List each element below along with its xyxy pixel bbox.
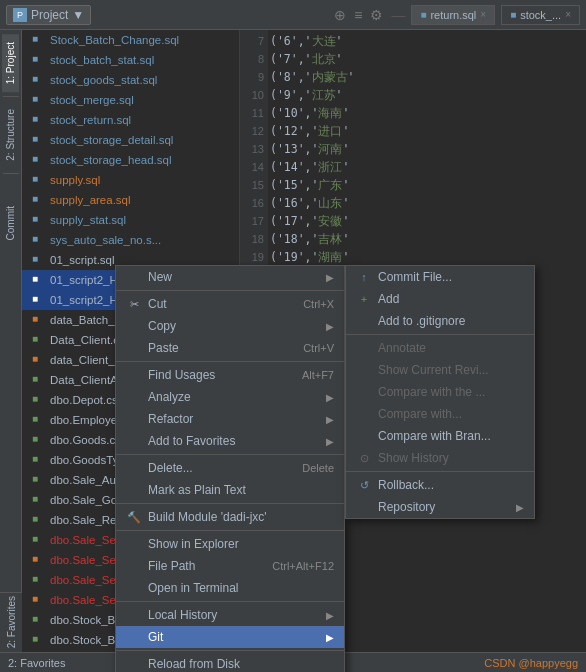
menu-label-commit: Commit File... — [378, 270, 524, 284]
line-number: 13 — [252, 140, 264, 158]
sql-icon: ■ — [32, 193, 46, 207]
code-line: ('9','江苏' — [270, 86, 586, 104]
favorites-sidebar[interactable]: 2: Favorites — [0, 592, 22, 652]
gear-icon[interactable]: ⚙ — [370, 7, 383, 23]
sql-icon: ■ — [32, 233, 46, 247]
list-item[interactable]: ■stock_return.sql — [22, 110, 239, 130]
list-item[interactable]: ■supply.sql — [22, 170, 239, 190]
line-number: 7 — [258, 32, 264, 50]
separator — [116, 530, 344, 531]
project-label: Project — [31, 8, 68, 22]
menu-label-history: Local History — [148, 608, 326, 622]
menu-label-showhistory: Show History — [378, 451, 524, 465]
menu-label-gitignore: Add to .gitignore — [378, 314, 524, 328]
git-submenu: ↑ Commit File... + Add Add to .gitignore… — [345, 265, 535, 519]
menu-item-repository[interactable]: Repository ▶ — [346, 496, 534, 518]
list-item[interactable]: ■stock_storage_head.sql — [22, 150, 239, 170]
list-item[interactable]: ■stock_goods_stat.sql — [22, 70, 239, 90]
list-item[interactable]: ■supply_stat.sql — [22, 210, 239, 230]
menu-item-commit-file[interactable]: ↑ Commit File... — [346, 266, 534, 288]
menu-label-explorer: Show in Explorer — [148, 537, 334, 551]
menu-item-git[interactable]: Git ▶ — [116, 626, 344, 648]
menu-item-add-favorites[interactable]: Add to Favorites ▶ — [116, 430, 344, 452]
arrow-icon: ▶ — [326, 632, 334, 643]
menu-item-cut[interactable]: ✂ Cut Ctrl+X — [116, 293, 344, 315]
list-item[interactable]: ■Stock_Batch_Change.sql — [22, 30, 239, 50]
code-line: ('8','内蒙古' — [270, 68, 586, 86]
menu-item-copy[interactable]: Copy ▶ — [116, 315, 344, 337]
line-number: 9 — [258, 68, 264, 86]
build-icon: 🔨 — [126, 509, 142, 525]
tab-return-sql[interactable]: ■ return.sql × — [411, 5, 495, 25]
terminal-icon — [126, 580, 142, 596]
menu-label-comparewith2: Compare with... — [378, 407, 524, 421]
settings-icon[interactable]: ⊕ — [334, 7, 346, 23]
sidebar-item-commit[interactable]: Commit — [2, 198, 19, 248]
menu-item-refactor[interactable]: Refactor ▶ — [116, 408, 344, 430]
menu-item-terminal[interactable]: Open in Terminal — [116, 577, 344, 599]
tab-stock[interactable]: ■ stock_... × — [501, 5, 580, 25]
favorites-tab-label[interactable]: 2: Favorites — [8, 657, 65, 669]
divider1 — [3, 96, 19, 97]
menu-item-mark-plain[interactable]: Mark as Plain Text — [116, 479, 344, 501]
menu-item-file-path[interactable]: File Path Ctrl+Alt+F12 — [116, 555, 344, 577]
menu-item-rollback[interactable]: ↺ Rollback... — [346, 474, 534, 496]
csv-icon: ■ — [32, 453, 46, 467]
menu-item-analyze[interactable]: Analyze ▶ — [116, 386, 344, 408]
gitignore-icon — [356, 313, 372, 329]
copy-icon — [126, 318, 142, 334]
rollback-icon: ↺ — [356, 477, 372, 493]
code-line: ('15','广东' — [270, 176, 586, 194]
line-number: 12 — [252, 122, 264, 140]
menu-item-paste[interactable]: Paste Ctrl+V — [116, 337, 344, 359]
menu-item-compare-branch[interactable]: Compare with Bran... — [346, 425, 534, 447]
menu-label-refactor: Refactor — [148, 412, 326, 426]
list-item[interactable]: ■supply_area.sql — [22, 190, 239, 210]
separator — [116, 650, 344, 651]
zip-icon: ■ — [32, 593, 46, 607]
menu-item-add-gitignore[interactable]: Add to .gitignore — [346, 310, 534, 332]
menu-label-add: Add — [378, 292, 524, 306]
menu-item-local-history[interactable]: Local History ▶ — [116, 604, 344, 626]
csv-icon: ■ — [32, 333, 46, 347]
favorites-icon — [126, 433, 142, 449]
list-item[interactable]: ■stock_batch_stat.sql — [22, 50, 239, 70]
separator — [116, 601, 344, 602]
menu-item-show-explorer[interactable]: Show in Explorer — [116, 533, 344, 555]
separator — [346, 471, 534, 472]
csv-icon: ■ — [32, 573, 46, 587]
list-item[interactable]: ■stock_merge.sql — [22, 90, 239, 110]
menu-label-paste: Paste — [148, 341, 283, 355]
menu-item-show-current: Show Current Revi... — [346, 359, 534, 381]
git-icon — [126, 629, 142, 645]
file-name: Stock_Batch_Change.sql — [50, 34, 179, 46]
delete-icon — [126, 460, 142, 476]
menu-item-delete[interactable]: Delete... Delete — [116, 457, 344, 479]
file-name: stock_storage_head.sql — [50, 154, 171, 166]
menu-icon[interactable]: ≡ — [354, 7, 362, 23]
menu-item-find-usages[interactable]: Find Usages Alt+F7 — [116, 364, 344, 386]
csv-icon: ■ — [32, 533, 46, 547]
sidebar-item-structure[interactable]: 2: Structure — [2, 101, 19, 169]
arrow-icon: ▶ — [326, 610, 334, 621]
menu-item-build[interactable]: 🔨 Build Module 'dadi-jxc' — [116, 506, 344, 528]
line-number: 14 — [252, 158, 264, 176]
divider2 — [3, 173, 19, 174]
line-number: 16 — [252, 194, 264, 212]
project-icon: P — [13, 8, 27, 22]
list-item[interactable]: ■stock_storage_detail.sql — [22, 130, 239, 150]
menu-item-add[interactable]: + Add — [346, 288, 534, 310]
menu-label-filepath: File Path — [148, 559, 252, 573]
menu-item-reload[interactable]: Reload from Disk — [116, 653, 344, 672]
sidebar-item-project[interactable]: 1: Project — [2, 34, 19, 92]
file-name: stock_storage_detail.sql — [50, 134, 173, 146]
tab-close-icon2[interactable]: × — [565, 9, 571, 20]
mark-icon — [126, 482, 142, 498]
list-item[interactable]: ■sys_auto_sale_no.s... — [22, 230, 239, 250]
comparewith2-icon — [356, 406, 372, 422]
project-button[interactable]: P Project ▼ — [6, 5, 91, 25]
tab-close-icon[interactable]: × — [480, 9, 486, 20]
toolbar-icons: ⊕ ≡ ⚙ — — [334, 7, 405, 23]
menu-item-new[interactable]: New ▶ — [116, 266, 344, 288]
tab-label2: stock_... — [520, 9, 561, 21]
